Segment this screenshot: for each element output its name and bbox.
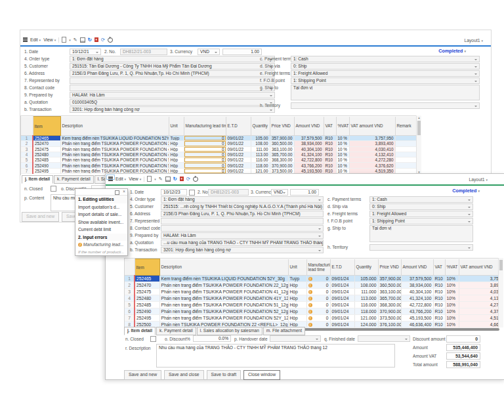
save-to-draft-button[interactable]: Save to draft xyxy=(207,370,242,380)
column-header[interactable]: Quantity xyxy=(251,117,270,136)
document-no-input[interactable]: DH812/21-003 xyxy=(208,189,249,196)
column-header[interactable]: Description xyxy=(60,117,169,136)
row-number-cell[interactable]: 5 xyxy=(125,302,135,308)
grid-cell[interactable]: 113.000 xyxy=(354,295,378,302)
menu-section-input-errors[interactable]: 2. Input errors xyxy=(75,234,127,242)
menu-item-show-available-invent-[interactable]: Show available invent... xyxy=(75,219,127,226)
row-number-header[interactable] xyxy=(21,117,33,136)
grid-cell[interactable]: 118.00 xyxy=(251,163,270,168)
row-number-cell[interactable]: 4 xyxy=(125,295,135,302)
closed-checkbox[interactable] xyxy=(51,186,56,192)
form-field-input[interactable] xyxy=(369,244,473,251)
edit-menu[interactable]: Edit ▾ xyxy=(30,37,41,42)
grid-cell[interactable]: 10% xyxy=(445,295,459,302)
document-no-input[interactable]: DH812/21-003 xyxy=(120,49,167,55)
grid-cell[interactable]: 0 xyxy=(184,158,226,163)
date-input[interactable]: 10/12/21 xyxy=(70,49,101,55)
grid-cell[interactable] xyxy=(395,158,417,163)
grid-cell[interactable]: 10 % xyxy=(336,158,349,163)
grid-cell[interactable]: !0 xyxy=(306,308,330,315)
scroll-up-icon[interactable]: ▲ xyxy=(417,116,421,119)
grid-cell[interactable]: 252475 xyxy=(135,289,159,295)
grid-cell[interactable]: 368,300.00 xyxy=(378,302,401,308)
row-number-cell[interactable]: 4 xyxy=(21,152,33,157)
column-header[interactable]: Remark xyxy=(395,117,417,136)
grid-cell[interactable]: R10 xyxy=(433,282,445,289)
grid-cell[interactable]: R10 xyxy=(433,315,445,322)
menu-section-editing-utilities[interactable]: 1. Editing utilities xyxy=(75,196,127,203)
grid-cell[interactable] xyxy=(395,152,417,157)
menu-item-import-details-of-sale-[interactable]: Import details of sale... xyxy=(75,211,127,219)
grid-cell[interactable]: Hộp xyxy=(288,282,306,289)
layout-selector[interactable]: Layout1 ▾ xyxy=(469,177,488,182)
grid-cell[interactable]: 37,579,500 xyxy=(401,276,433,282)
grid-cell[interactable]: Hộp xyxy=(169,146,184,152)
grid-cell[interactable]: Kem trang điểm nền TSUKIKA LIQUID FOUNDA… xyxy=(159,276,288,282)
sync-icon[interactable]: ⟳ xyxy=(101,37,105,43)
edit-pencil-icon[interactable]: ✎ xyxy=(74,37,77,43)
form-field-input[interactable]: Tại đơn vị xyxy=(369,225,473,242)
grid-cell[interactable]: 4,663,640 xyxy=(459,322,499,328)
grid-cell[interactable]: !0 xyxy=(306,276,330,282)
grid-cell[interactable]: 105.00 xyxy=(251,136,270,141)
row-number-cell[interactable]: 3 xyxy=(125,289,135,295)
grid-cell[interactable]: Phấn nền trang điểm TSUKIKA POWDER FOUND… xyxy=(159,282,288,289)
form-field-input[interactable]: 1: Đơn đặt hàng xyxy=(161,196,324,203)
form-field-input[interactable] xyxy=(291,102,480,109)
grid-horizontal-scrollbar[interactable] xyxy=(303,328,499,331)
date-checkbox[interactable] xyxy=(189,190,195,196)
tab-k-payment-detail[interactable]: k. Payment detail xyxy=(54,175,94,184)
grid-cell[interactable]: Hộp xyxy=(288,315,306,322)
row-number-cell[interactable]: 7 xyxy=(21,168,33,173)
grid-cell[interactable]: Phấn nền trang điểm TSUKIKA POWDER FOUND… xyxy=(159,315,288,322)
form-field-input[interactable]: 1: Freight Allowed xyxy=(369,211,473,217)
form-field-input[interactable] xyxy=(161,225,324,232)
grid-cell[interactable]: !0 xyxy=(306,289,330,295)
form-field-input[interactable]: 251515: Tân Đại Dương - Công Ty TNHH Hóa… xyxy=(70,63,275,70)
grid-cell[interactable]: 4,272,280 xyxy=(349,158,395,163)
form-field-input[interactable] xyxy=(161,218,324,224)
grid-cell[interactable]: !0 xyxy=(306,295,330,302)
layout-selector[interactable]: Layout1 ▾ xyxy=(464,38,483,43)
grid-cell[interactable]: 09/01/22 xyxy=(226,136,251,141)
grid-cell[interactable]: 10% xyxy=(445,289,459,295)
grid-cell[interactable]: 4,519,350 xyxy=(459,315,499,322)
grid-cell[interactable]: 09/01/24 xyxy=(330,308,354,315)
grid-cell[interactable] xyxy=(395,163,417,168)
grid-cell[interactable]: 363,100.00 xyxy=(378,289,401,295)
grid-cell[interactable]: Kem trang điểm nền TSUKIKA LIQUID FOUNDA… xyxy=(60,136,169,141)
grid-cell[interactable]: R10 xyxy=(433,295,445,302)
status-badge[interactable]: Completed ▾ xyxy=(438,48,466,54)
grid-cell[interactable]: !0 xyxy=(306,322,330,328)
grid-cell[interactable]: 124.000 xyxy=(354,322,378,328)
row-number-header[interactable] xyxy=(125,259,135,276)
grid-cell[interactable]: 368,300.00 xyxy=(270,158,294,163)
grid-cell[interactable] xyxy=(395,146,417,152)
column-header[interactable]: Item xyxy=(33,117,60,136)
grid-cell[interactable]: 252465 xyxy=(33,136,60,141)
grid-cell[interactable]: 0 xyxy=(184,146,226,152)
grid-cell[interactable]: 0 xyxy=(184,152,226,157)
close-icon[interactable]: × xyxy=(123,189,125,194)
grid-cell[interactable]: Phấn nền trang điểm TSUKIKA POWDER FOUND… xyxy=(60,158,169,163)
grid-cell[interactable]: 252495 xyxy=(135,315,159,322)
row-number-cell[interactable]: 1 xyxy=(125,276,135,282)
grid-cell[interactable]: 09/01/24 xyxy=(330,315,354,322)
menu-item-manufacturing-lead-warning[interactable]: ! Manufacturing lead... xyxy=(75,241,127,249)
tab-l-sales-allocation-by-salesman[interactable]: l. Sales allocation by salesman xyxy=(197,327,262,335)
grid-cell[interactable]: Hộp xyxy=(288,302,306,308)
save-icon[interactable] xyxy=(165,177,171,182)
grid-cell[interactable]: 360,500.00 xyxy=(378,282,401,289)
currency-select[interactable]: VND xyxy=(198,49,220,55)
grid-cell[interactable]: 40,304,100 xyxy=(401,289,433,295)
row-number-cell[interactable]: 2 xyxy=(125,282,135,289)
grid-cell[interactable]: 111.00 xyxy=(251,146,270,152)
grid-cell[interactable]: 3,893,400 xyxy=(349,141,395,146)
grid-cell[interactable]: Phấn nền trang điểm TSUKIKA POWDER FOUND… xyxy=(60,146,169,152)
edit-pencil-icon[interactable]: ✎ xyxy=(159,177,163,182)
hamburger-menu-icon[interactable] xyxy=(108,177,113,177)
grid-cell[interactable]: 252480 xyxy=(135,295,159,302)
grid-cell[interactable]: Hộp xyxy=(169,163,184,168)
row-number-cell[interactable]: 1 xyxy=(21,136,33,141)
grid-vertical-scrollbar[interactable] xyxy=(498,258,503,327)
